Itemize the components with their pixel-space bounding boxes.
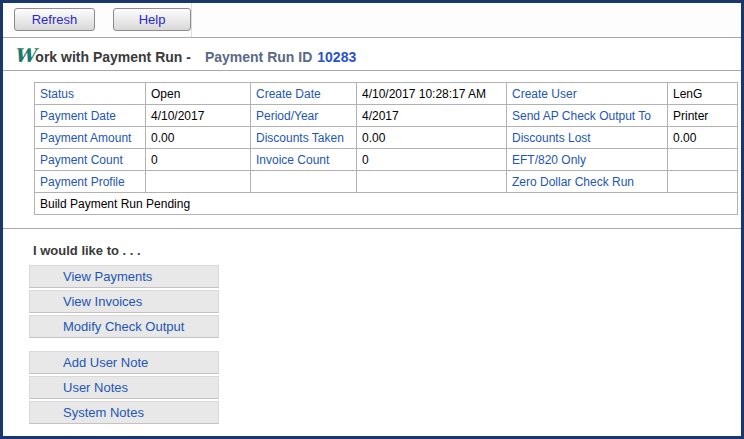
help-button[interactable]: Help <box>113 8 191 31</box>
field-value: 4/10/2017 10:28:17 AM <box>357 83 507 105</box>
field-label: Payment Date <box>35 105 146 127</box>
field-value: 0.00 <box>146 127 251 149</box>
divider <box>3 228 741 229</box>
toolbar: Refresh Help <box>3 3 741 37</box>
field-label: Status <box>35 83 146 105</box>
field-value: 0.00 <box>357 127 507 149</box>
divider <box>3 70 741 71</box>
field-value <box>146 171 251 193</box>
field-label: Discounts Taken <box>251 127 357 149</box>
field-value <box>668 149 738 171</box>
details-table-body: StatusOpenCreate Date4/10/2017 10:28:17 … <box>35 83 738 193</box>
action-button-list: View PaymentsView InvoicesModify Check O… <box>29 265 219 437</box>
field-value: 4/10/2017 <box>146 105 251 127</box>
field-value: 0 <box>357 149 507 171</box>
action-group-notes: Add User NoteUser NotesSystem Notes <box>29 351 219 424</box>
field-label: Discounts Lost <box>507 127 668 149</box>
field-value <box>357 171 507 193</box>
field-label: Payment Amount <box>35 127 146 149</box>
field-value: LenG <box>668 83 738 105</box>
field-value: Printer <box>668 105 738 127</box>
action-modify-check-output-button[interactable]: Modify Check Output <box>29 315 219 338</box>
table-row: Build Payment Run Pending <box>35 193 738 215</box>
status-message: Build Payment Run Pending <box>35 193 738 215</box>
action-add-user-note-button[interactable]: Add User Note <box>29 351 219 374</box>
field-value: 4/2017 <box>357 105 507 127</box>
payment-run-id-label: Payment Run ID <box>205 49 312 65</box>
action-system-notes-button[interactable]: System Notes <box>29 401 219 424</box>
field-label: EFT/820 Only <box>507 149 668 171</box>
payment-run-window: { "toolbar": { "refresh_label": "Refresh… <box>0 0 744 439</box>
payment-run-id-value: 10283 <box>317 49 356 65</box>
table-row: Payment ProfileZero Dollar Check Run <box>35 171 738 193</box>
field-value: 0 <box>146 149 251 171</box>
divider <box>3 37 741 38</box>
page-title: Work with Payment Run -Payment Run ID102… <box>14 48 356 65</box>
title-drop-cap: W <box>14 44 35 66</box>
action-group-primary: View PaymentsView InvoicesModify Check O… <box>29 265 219 338</box>
action-view-invoices-button[interactable]: View Invoices <box>29 290 219 313</box>
title-text: ork with Payment Run - <box>35 49 191 65</box>
field-label: Zero Dollar Check Run <box>507 171 668 193</box>
field-value <box>668 171 738 193</box>
i-would-like-to-heading: I would like to . . . <box>33 243 141 258</box>
toolbar-divider <box>191 3 192 37</box>
table-row: StatusOpenCreate Date4/10/2017 10:28:17 … <box>35 83 738 105</box>
field-value: 0.00 <box>668 127 738 149</box>
field-label: Payment Profile <box>35 171 146 193</box>
field-label: Payment Count <box>35 149 146 171</box>
table-row: Payment Count0Invoice Count0EFT/820 Only <box>35 149 738 171</box>
action-view-payments-button[interactable]: View Payments <box>29 265 219 288</box>
field-label: Send AP Check Output To <box>507 105 668 127</box>
table-row: Payment Date4/10/2017Period/Year4/2017Se… <box>35 105 738 127</box>
field-label: Invoice Count <box>251 149 357 171</box>
field-value: Open <box>146 83 251 105</box>
refresh-button[interactable]: Refresh <box>14 8 95 31</box>
field-label: Create User <box>507 83 668 105</box>
payment-run-details-table: StatusOpenCreate Date4/10/2017 10:28:17 … <box>34 82 738 215</box>
field-label: Create Date <box>251 83 357 105</box>
field-label: Period/Year <box>251 105 357 127</box>
table-row: Payment Amount0.00Discounts Taken0.00Dis… <box>35 127 738 149</box>
action-user-notes-button[interactable]: User Notes <box>29 376 219 399</box>
field-label <box>251 171 357 193</box>
